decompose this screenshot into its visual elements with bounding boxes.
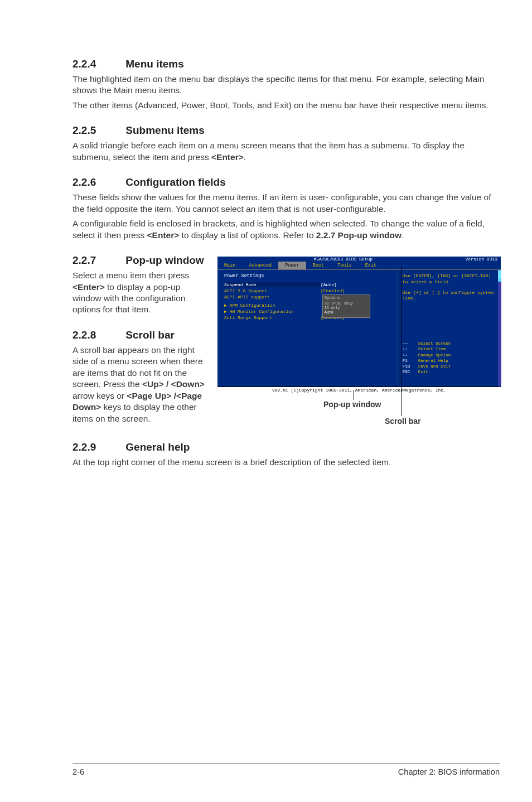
bios-left-panel: Power Settings Suspend Mode[Auto] ACPI 2…	[217, 270, 398, 386]
bios-menu-tools[interactable]: Tools	[331, 262, 359, 269]
heading-title: Scroll bar	[125, 329, 175, 341]
bios-help-panel: Use [ENTER], [TAB] or [SHIFT-TAB] to sel…	[398, 270, 501, 386]
paragraph: Select a menu item then press <Enter> to…	[72, 270, 210, 316]
heading-num: 2.2.8	[72, 329, 123, 341]
popup-option[interactable]: Auto	[325, 311, 368, 315]
paragraph: A scroll bar appears on the right side o…	[72, 345, 210, 424]
bios-row[interactable]: Suspend Mode[Auto]	[224, 282, 393, 287]
bios-row[interactable]: ACPI 2.0 Support[Enabled]	[224, 288, 393, 293]
callout-scrollbar: Scroll bar	[385, 417, 421, 426]
paragraph: The highlighted item on the menu bar dis…	[72, 74, 500, 96]
bios-menu-boot[interactable]: Boot	[306, 262, 331, 269]
paragraph: A configurable field is enclosed in brac…	[72, 218, 500, 241]
heading-225: 2.2.5 Submenu items	[72, 124, 500, 137]
bios-menu-main[interactable]: Main	[217, 262, 242, 269]
popup-title: Options	[325, 296, 368, 301]
callout-container: Pop-up window Scroll bar	[217, 393, 501, 427]
bios-titlebar: M5A78L/USB3 BIOS Setup Version 0313	[217, 257, 501, 262]
bios-panel-header: Power Settings	[224, 273, 393, 279]
bios-menu-exit[interactable]: Exit	[359, 262, 383, 269]
bios-body: Power Settings Suspend Mode[Auto] ACPI 2…	[217, 269, 501, 386]
paragraph: A solid triangle before each item on a m…	[72, 140, 500, 163]
heading-224: 2.2.4 Menu items	[72, 58, 500, 70]
bios-nav-keys: ←→Select Screen ↑↓Select Item +-Change O…	[403, 341, 496, 375]
popup-option[interactable]: S3 only	[325, 306, 368, 311]
heading-num: 2.2.4	[72, 58, 123, 70]
heading-title: Configuration fields	[125, 176, 225, 188]
callout-line	[402, 267, 402, 416]
page-footer: 2-6 Chapter 2: BIOS information	[0, 764, 532, 776]
bios-copyright: v02.61 (C)Copyright 1985-2011, American,…	[217, 386, 501, 393]
popup-option[interactable]: S1 (POS) only	[325, 302, 368, 306]
bios-scrollbar[interactable]	[498, 270, 501, 386]
chapter-label: Chapter 2: BIOS information	[398, 767, 500, 776]
bios-menu-advanced[interactable]: Advanced	[242, 262, 278, 269]
paragraph: These fields show the values for the men…	[72, 192, 500, 215]
heading-229: 2.2.9 General help	[72, 441, 500, 453]
heading-num: 2.2.6	[72, 176, 123, 189]
heading-227: 2.2.7 Pop-up window	[72, 254, 210, 267]
heading-226: 2.2.6 Configuration fields	[72, 176, 500, 189]
callout-popup: Pop-up window	[323, 400, 381, 409]
paragraph: At the top right corner of the menu scre…	[72, 457, 500, 468]
bios-popup[interactable]: Options S1 (POS) only S3 only Auto	[322, 294, 370, 318]
scrollbar-thumb[interactable]	[498, 271, 501, 279]
bios-menu-power[interactable]: Power	[278, 262, 306, 269]
page-number: 2-6	[72, 767, 84, 776]
heading-title: General help	[125, 441, 190, 453]
heading-num: 2.2.9	[72, 441, 123, 453]
bios-screenshot: M5A78L/USB3 BIOS Setup Version 0313 Main…	[217, 257, 501, 393]
heading-num: 2.2.7	[72, 254, 123, 267]
heading-num: 2.2.5	[72, 124, 123, 137]
paragraph: The other items (Advanced, Power, Boot, …	[72, 100, 500, 111]
bios-help-text: Use [+] or [-] to configure system Time.	[403, 290, 496, 302]
callout-line	[354, 390, 354, 400]
heading-228: 2.2.8 Scroll bar	[72, 329, 210, 341]
bios-menubar: Main Advanced Power Boot Tools Exit	[217, 262, 501, 269]
heading-title: Pop-up window	[125, 254, 204, 266]
heading-title: Submenu items	[125, 124, 204, 136]
heading-title: Menu items	[125, 58, 184, 70]
bios-help-text: Use [ENTER], [TAB] or [SHIFT-TAB] to sel…	[403, 273, 496, 286]
